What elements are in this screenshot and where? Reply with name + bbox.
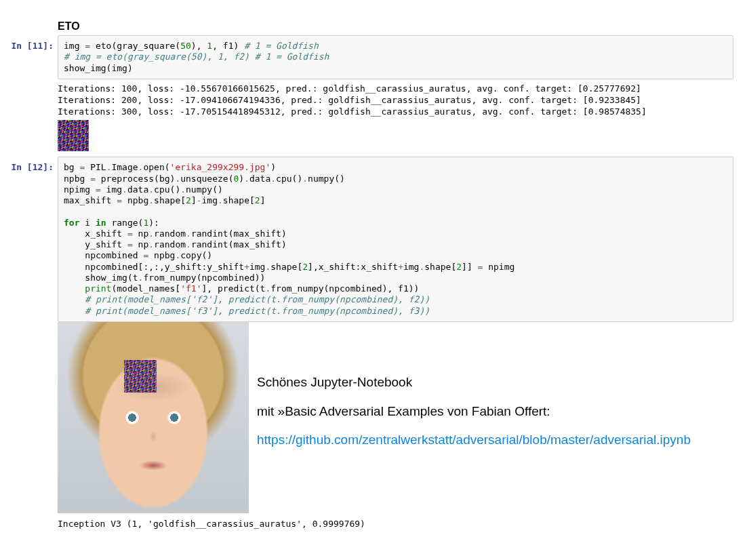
indent [64,262,85,272]
annotation-text: Schönes Jupyter-Notebook mit »Basic Adve… [257,374,691,460]
code-comment: # print(model_names['f2'], predict(t.fro… [85,294,430,304]
code-text: , f1) [212,41,244,51]
t: + [398,262,403,272]
t: shape[ [223,195,255,205]
code-text: show_img(img) [64,63,133,73]
t: randint(max_shift) [191,228,287,239]
t: copy() [180,250,212,260]
output-image-noise-small [58,120,89,151]
t: npbg [122,195,148,205]
t: from_numpy(npcombined), f1)) [270,283,419,294]
annotation-line1: Schönes Jupyter-Notebook [257,374,691,392]
t: = [117,195,122,205]
section-heading: ETO [58,20,747,33]
t: = [90,174,96,184]
t: . [180,184,186,195]
n: 2 [302,262,308,272]
t: . [148,195,154,205]
t: np [133,239,148,249]
output-line: Iterations: 300, loss: -17.7051544189453… [58,106,647,117]
code-number: 50 [180,41,191,51]
code-comment: # img = eto(gray_square(50), 1, f2) # 1 … [64,52,329,62]
t: ) [270,162,276,172]
indent [64,228,85,239]
n: 2 [255,195,260,205]
indent [64,294,85,304]
code-text: eto(gray_square( [90,41,180,51]
input-prompt-12: In [12]: [0,157,58,322]
t: img [101,184,122,195]
t: PIL [85,162,106,172]
t: img [202,195,218,205]
annotation-line2: mit »Basic Adversarial Examples von Fabi… [257,403,691,421]
output-image-face [58,322,249,513]
indent [64,250,85,260]
t: shape[ [270,262,302,272]
t: ], predict(t [202,283,266,294]
input-prompt-11: In [11]: [0,35,58,79]
t: random [154,239,186,249]
t: random [154,228,186,239]
t: unsqueeze( [180,174,233,184]
output-cell-12: Schönes Jupyter-Notebook mit »Basic Adve… [58,322,747,513]
t: bg [64,162,79,172]
t: . [302,174,308,184]
code-string: 'erika_299x299.jpg' [170,162,271,172]
t: data [127,184,148,195]
t: + [244,262,249,272]
t: . [186,228,191,239]
t: npbg [64,174,90,184]
t: . [218,195,223,205]
n: 2 [186,195,191,205]
indent [64,273,85,283]
t: . [148,239,154,249]
t: shape[ [424,262,456,272]
t: numpy() [186,184,223,195]
kw-in: in [96,218,106,228]
t: npimg [483,262,514,272]
t: = [127,228,133,239]
t: data [249,174,270,184]
t: . [122,184,127,195]
output-prompt-empty [0,79,58,118]
t: ] [191,195,197,205]
code-comment: # print(model_names['f3'], predict(t.fro… [85,306,430,316]
code-text: img [64,41,85,51]
code-input-11[interactable]: img = eto(gray_square(50), 1, f1) # 1 = … [58,35,733,79]
t: cpu() [276,174,302,184]
t: ) [239,174,244,184]
t: max_shift [64,195,117,205]
t: shape[ [154,195,186,205]
t: npcombined[:,:,y_shift:y_shift [85,262,244,272]
t: ],x_shift:x_shift [308,262,398,272]
t: img [403,262,419,272]
t: randint(max_shift) [191,239,287,249]
t: np [133,228,148,239]
builtin-print: print [85,283,111,294]
n: 2 [456,262,462,272]
t: . [186,239,191,249]
t: . [270,174,276,184]
t: open( [143,162,169,172]
stdout-11: Iterations: 100, loss: -10.5567016601562… [58,79,747,118]
code-text: ), [191,41,207,51]
t: show_img(t [85,273,138,283]
github-link[interactable]: https://github.com/zentralwerkstatt/adve… [257,433,691,447]
t: . [148,228,154,239]
indent [64,239,85,249]
t: . [244,174,249,184]
adversarial-patch-overlay [124,360,157,393]
t: cpu() [154,184,180,195]
code-input-12[interactable]: bg = PIL.Image.open('erika_299x299.jpg')… [58,157,733,322]
t: ): [148,218,159,228]
t: ] [260,195,266,205]
t: (model_names[ [111,283,180,294]
kw-for: for [64,218,79,228]
code-op: = [85,41,90,51]
output-line: Iterations: 100, loss: -10.5567016601562… [58,83,641,94]
code-comment: # 1 = Goldfish [244,41,319,51]
code-cell-11: In [11]: img = eto(gray_square(50), 1, f… [0,35,747,79]
indent [64,283,85,294]
t: = [96,184,101,195]
t: - [197,195,202,205]
